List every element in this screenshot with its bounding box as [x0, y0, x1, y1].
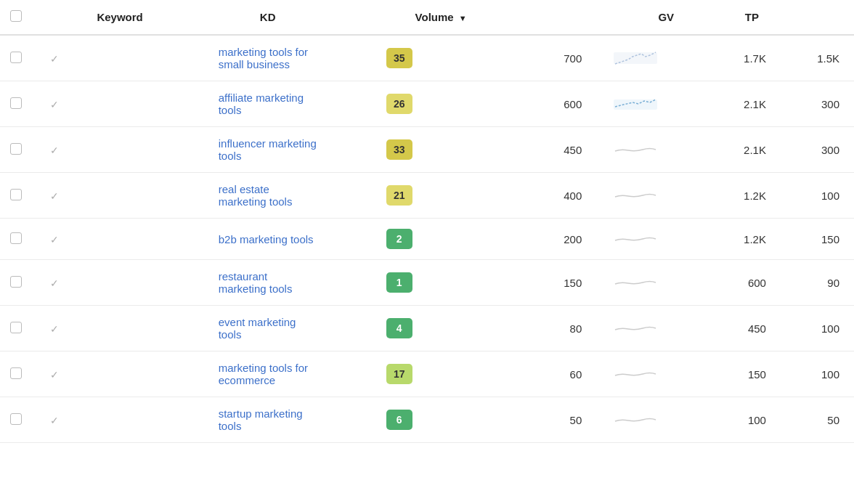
row-checkbox-cell[interactable]	[0, 35, 46, 81]
row-checkmark-cell: ✓	[46, 351, 211, 397]
kd-cell: 17	[325, 351, 474, 397]
volume-cell: 80	[474, 306, 590, 351]
kd-badge: 17	[386, 364, 412, 384]
volume-cell: 200	[474, 219, 590, 260]
checkmark-icon: ✓	[50, 190, 59, 202]
volume-sort-icon: ▼	[459, 14, 467, 23]
row-checkbox-cell[interactable]	[0, 351, 46, 397]
volume-cell: 700	[474, 35, 590, 81]
row-checkbox[interactable]	[10, 232, 22, 244]
tp-cell: 1.5K	[773, 35, 854, 81]
row-checkmark-cell: ✓	[46, 35, 211, 81]
row-checkmark-cell: ✓	[46, 81, 211, 127]
keyword-cell[interactable]: real estate marketing tools	[211, 173, 325, 219]
chart-column-header	[474, 0, 590, 35]
tp-cell: 100	[773, 351, 854, 397]
row-checkbox-cell[interactable]	[0, 219, 46, 260]
row-checkmark-cell: ✓	[46, 173, 211, 219]
table-row: ✓ b2b marketing tools 2 200 1.2K 150	[0, 219, 854, 260]
row-checkbox-cell[interactable]	[0, 127, 46, 173]
table-row: ✓ real estate marketing tools 21 400 1.2…	[0, 173, 854, 219]
row-checkbox[interactable]	[10, 276, 22, 288]
select-all-checkbox[interactable]	[10, 10, 22, 22]
keyword-cell[interactable]: marketing tools for ecommerce	[211, 351, 325, 397]
row-checkbox[interactable]	[10, 52, 22, 63]
keyword-cell[interactable]: event marketing tools	[211, 306, 325, 351]
gv-cell: 450	[681, 306, 773, 351]
keyword-cell[interactable]: b2b marketing tools	[211, 219, 325, 260]
tp-cell: 90	[773, 260, 854, 306]
gv-cell: 150	[681, 351, 773, 397]
tp-cell: 300	[773, 127, 854, 173]
row-checkbox-cell[interactable]	[0, 81, 46, 127]
checkmark-icon: ✓	[50, 369, 59, 381]
row-checkmark-cell: ✓	[46, 306, 211, 351]
volume-column-header[interactable]: Volume ▼	[325, 0, 474, 35]
tp-column-header: TP	[681, 0, 773, 35]
row-checkmark-cell: ✓	[46, 260, 211, 306]
gv-cell: 100	[681, 397, 773, 443]
sparkline-cell	[589, 173, 681, 219]
row-checkbox[interactable]	[10, 189, 22, 200]
keyword-cell[interactable]: startup marketing tools	[211, 397, 325, 443]
table-row: ✓ marketing tools for ecommerce 17 60 15…	[0, 351, 854, 397]
gv-cell: 600	[681, 260, 773, 306]
kd-badge: 2	[386, 229, 412, 249]
row-checkmark-cell: ✓	[46, 127, 211, 173]
row-checkbox-cell[interactable]	[0, 260, 46, 306]
svg-rect-1	[614, 99, 657, 110]
keyword-cell[interactable]: affiliate marketing tools	[211, 81, 325, 127]
kd-cell: 4	[325, 306, 474, 351]
row-checkmark-cell: ✓	[46, 397, 211, 443]
tp-cell: 300	[773, 81, 854, 127]
gv-cell: 2.1K	[681, 81, 773, 127]
row-checkbox-cell[interactable]	[0, 173, 46, 219]
gv-cell: 1.2K	[681, 219, 773, 260]
table-header-row: Keyword KD Volume ▼ GV TP	[0, 0, 854, 35]
volume-cell: 600	[474, 81, 590, 127]
keyword-table: Keyword KD Volume ▼ GV TP	[0, 0, 854, 443]
table-row: ✓ restaurant marketing tools 1 150 600 9…	[0, 260, 854, 306]
sparkline-cell	[589, 219, 681, 260]
volume-cell: 150	[474, 260, 590, 306]
keyword-cell[interactable]: influencer marketing tools	[211, 127, 325, 173]
tp-cell: 150	[773, 219, 854, 260]
keyword-cell[interactable]: marketing tools for small business	[211, 35, 325, 81]
checkmark-icon: ✓	[50, 277, 59, 289]
table-row: ✓ marketing tools for small business 35 …	[0, 35, 854, 81]
gv-cell: 1.7K	[681, 35, 773, 81]
kd-column-header: KD	[211, 0, 325, 35]
row-checkbox[interactable]	[10, 143, 22, 155]
row-checkbox[interactable]	[10, 97, 22, 109]
row-checkbox[interactable]	[10, 367, 22, 379]
sparkline-cell	[589, 351, 681, 397]
kd-cell: 2	[325, 219, 474, 260]
select-all-header[interactable]	[0, 0, 46, 35]
sparkline-cell	[589, 35, 681, 81]
row-checkbox[interactable]	[10, 322, 22, 333]
kd-cell: 26	[325, 81, 474, 127]
sparkline-cell	[589, 127, 681, 173]
row-checkbox-cell[interactable]	[0, 306, 46, 351]
keyword-column-header: Keyword	[46, 0, 211, 35]
row-checkmark-cell: ✓	[46, 219, 211, 260]
sparkline-cell	[589, 260, 681, 306]
keyword-cell[interactable]: restaurant marketing tools	[211, 260, 325, 306]
checkmark-icon: ✓	[50, 323, 59, 335]
kd-badge: 33	[386, 139, 412, 160]
checkmark-icon: ✓	[50, 53, 59, 65]
kd-cell: 21	[325, 173, 474, 219]
row-checkbox[interactable]	[10, 413, 22, 425]
kd-badge: 35	[386, 48, 412, 68]
row-checkbox-cell[interactable]	[0, 397, 46, 443]
table-row: ✓ affiliate marketing tools 26 600 2.1K …	[0, 81, 854, 127]
kd-cell: 1	[325, 260, 474, 306]
volume-cell: 50	[474, 397, 590, 443]
kd-cell: 6	[325, 397, 474, 443]
tp-cell: 50	[773, 397, 854, 443]
table-row: ✓ influencer marketing tools 33 450 2.1K…	[0, 127, 854, 173]
keyword-table-container: Keyword KD Volume ▼ GV TP	[0, 0, 854, 504]
kd-badge: 6	[386, 410, 412, 430]
svg-rect-0	[614, 52, 657, 64]
kd-badge: 26	[386, 94, 412, 114]
